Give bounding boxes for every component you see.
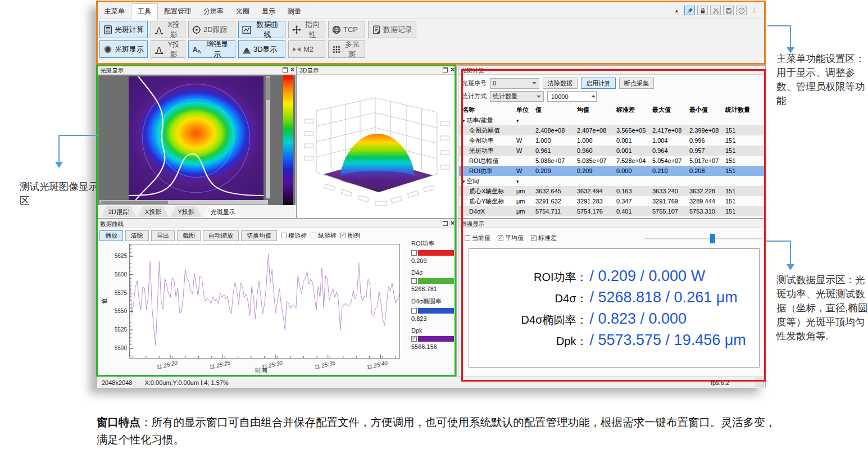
enhance-slider[interactable] (644, 238, 763, 239)
toolbar-button-enhance-display[interactable]: AA增强显示 (188, 40, 235, 58)
curve-panel-titlebar: 数据曲线 × (98, 219, 456, 228)
close-icon[interactable]: × (451, 220, 455, 226)
table-cell: 5.035e+07 (575, 157, 614, 164)
toolbar-button-data-curve[interactable]: 数据曲线 (238, 21, 285, 38)
menu-item-3[interactable]: 配置管理 (158, 4, 197, 20)
close-icon[interactable]: × (290, 67, 294, 72)
enhance-display-line: D4σ椭圆率：/ 0.823 / 0.000 (469, 310, 759, 328)
table-row-全图总幅值[interactable]: 全图总幅值2.408e+082.407e+083.565e+052.417e+0… (459, 125, 765, 135)
surface-3d-plot[interactable] (298, 75, 456, 217)
enhance-checkbox-平均值[interactable]: 平均值 (498, 234, 524, 242)
table-row-质心Y轴坐标[interactable]: 质心Y轴坐标μm3291.6323291.2830.3473291.769328… (459, 196, 765, 206)
help-icon[interactable]: ? (736, 6, 747, 15)
curve-button-导出[interactable]: 导出 (151, 230, 175, 241)
toolbar-button-y-projection[interactable]: Y投影 (151, 40, 185, 58)
enable-calc-button[interactable]: 启用计算 (581, 78, 616, 89)
checkbox-icon[interactable] (311, 233, 316, 238)
curve-button-播放[interactable]: 播放 (99, 230, 123, 241)
more-icon[interactable]: ⋮ (749, 6, 760, 15)
checkbox-icon[interactable] (498, 235, 503, 241)
table-cell: 3291.769 (650, 198, 687, 205)
table-row-质心X轴坐标[interactable]: 质心X轴坐标μm3632.6453632.4940.1633633.240363… (459, 186, 765, 196)
tab-2D跟踪[interactable]: 2D跟踪 (101, 206, 136, 217)
table-cell: 3291.632 (533, 198, 575, 205)
calculator-icon (103, 25, 112, 34)
table-cell: 1.000 (533, 137, 575, 144)
table-group-row-空间[interactable]: ▾ 空间▾ (459, 176, 765, 186)
curve-button-自动缩放[interactable]: 自动缩放 (203, 230, 239, 241)
toolbar-button-x-projection[interactable]: X投影 (151, 21, 185, 38)
beam-2d-image[interactable] (129, 76, 263, 200)
slider-handle[interactable] (710, 234, 715, 243)
legend-checkbox[interactable] (411, 336, 417, 342)
tab-X投影[interactable]: X投影 (138, 206, 169, 217)
spinner-icon[interactable] (592, 93, 595, 99)
toolbar-button-multi-spot[interactable]: 多光斑 (328, 40, 365, 58)
menu-item-2[interactable]: 工具 (131, 3, 158, 20)
table-row-ROI功率[interactable]: ROI功率W0.2090.2090.0000.2100.208151 (459, 166, 765, 176)
table-row-光斑功率[interactable]: 光斑功率W0.9610.9600.0010.9640.957151 (459, 146, 765, 156)
toolbar-button-track-2d[interactable]: 2D跟踪 (188, 21, 235, 38)
curve-checkbox-图例[interactable]: 图例 (340, 232, 360, 240)
enhance-checkbox-当前值[interactable]: 当前值 (465, 234, 490, 242)
float-panel-icon[interactable] (443, 221, 448, 226)
curve-plot-area[interactable] (129, 244, 400, 359)
toolbar-button-spot-display[interactable]: 光斑显示 (99, 40, 148, 58)
menu-item-1[interactable]: 主菜单 (98, 4, 131, 20)
float-panel-icon[interactable] (443, 67, 448, 72)
curve-checkbox-纵游标[interactable]: 纵游标 (311, 232, 337, 240)
collapse-icon[interactable]: ▲ (671, 6, 682, 15)
table-row-全图功率[interactable]: 全图功率W1.0001.0000.0011.0040.996151 (459, 135, 765, 146)
note-data-area: 测试数据显示区：光斑功率、光斑测试数据（坐标，直径,椭圆度等）光斑平顶均匀性发散… (776, 273, 868, 343)
checkbox-icon[interactable] (465, 235, 470, 241)
checkbox-icon[interactable] (531, 235, 537, 241)
table-group-row-功率/能量[interactable]: ▾ 功率/能量▾ (459, 115, 765, 125)
table-row-ROI总幅值[interactable]: ROI总幅值5.036e+075.035e+077.528e+045.054e+… (459, 156, 765, 166)
menu-item-5[interactable]: 光圈 (230, 4, 256, 20)
toolbar-button-calculator[interactable]: 光斑计算 (99, 21, 148, 38)
close-icon[interactable]: × (451, 67, 455, 72)
menu-item-6[interactable]: 显示 (256, 4, 281, 20)
enhance-display-value: / 5573.575 / 19.456 μm (588, 332, 756, 349)
scissors-icon[interactable] (710, 6, 721, 15)
curve-button-截图[interactable]: 截图 (177, 230, 201, 241)
menu-item-7[interactable]: 测量 (281, 4, 307, 20)
clear-data-button[interactable]: 清除数据 (543, 78, 578, 89)
curve-button-清除[interactable]: 清除 (125, 230, 149, 241)
table-cell: 全图功率 (459, 137, 514, 145)
toolbar-button-display-3d[interactable]: 3D显示 (238, 40, 285, 58)
spot-index-select[interactable]: 0 (490, 78, 539, 89)
table-cell: 7.528e+04 (614, 157, 650, 164)
toolbar-button-data-record[interactable]: 数据记录 (368, 21, 416, 38)
stat-mode-label: 统计方式 (462, 92, 487, 101)
save-icon[interactable] (723, 6, 734, 15)
horizontal-scrollbar[interactable] (99, 200, 268, 205)
calc-results-table[interactable]: 名称单位值均值标准差最大值最小值统计数量▾ 功率/能量▾全图总幅值2.408e+… (459, 104, 765, 217)
toolbar-button-tcp-globe[interactable]: TCP (328, 21, 365, 38)
toolbar-button-pointing[interactable]: 指向性 (288, 21, 325, 38)
checkbox-icon[interactable] (340, 233, 346, 238)
menu-item-4[interactable]: 分辨率 (197, 4, 230, 20)
checkbox-icon[interactable] (281, 233, 287, 238)
pin-icon[interactable] (684, 6, 695, 15)
curve-button-切换均值[interactable]: 切换均值 (241, 230, 277, 241)
legend-checkbox[interactable] (411, 308, 417, 314)
breakpoint-capture-button[interactable]: 断点采集 (619, 78, 654, 89)
tab-光斑显示[interactable]: 光斑显示 (203, 206, 243, 217)
float-panel-icon[interactable] (283, 67, 288, 72)
table-row-D4σX[interactable]: D4σXμm5754.7115754.1760.4015755.1075753.… (459, 206, 765, 216)
lock-icon[interactable] (697, 6, 708, 15)
enhance-checkbox-标准差[interactable]: 标准差 (531, 234, 557, 242)
curve-checkbox-横游标[interactable]: 横游标 (281, 232, 307, 240)
y-tick-label: 5525 (108, 327, 127, 333)
note-menu-area: 主菜单功能设置区：用于显示、调整参数、管理员权限等功能 (776, 52, 868, 108)
vertical-scrollbar[interactable] (266, 76, 270, 198)
stat-mode-select[interactable]: 统计数量 (490, 91, 544, 102)
table-header-cell: 名称 (459, 106, 514, 114)
stat-count-input[interactable]: 10000 (547, 91, 597, 102)
toolbar-button-m2[interactable]: M2 (288, 40, 325, 58)
legend-checkbox[interactable] (411, 278, 417, 284)
resize-grip[interactable] (756, 378, 764, 387)
tab-Y投影[interactable]: Y投影 (170, 206, 201, 217)
legend-checkbox[interactable] (411, 250, 417, 256)
